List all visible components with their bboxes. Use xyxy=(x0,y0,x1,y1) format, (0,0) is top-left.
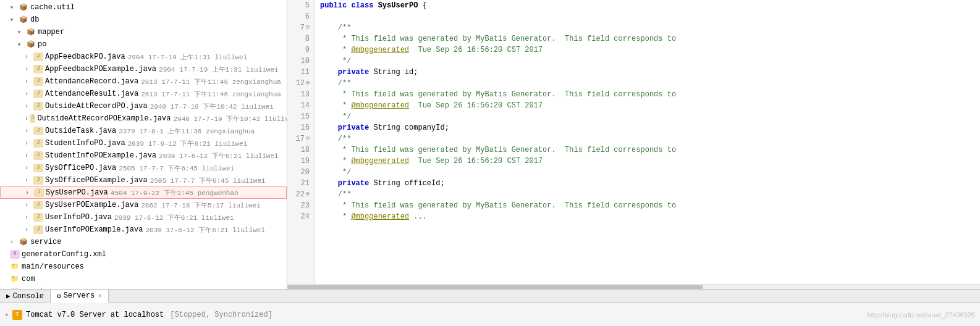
java-file-icon: J xyxy=(33,213,43,222)
code-line-22: /** xyxy=(320,189,975,200)
arrow-icon: › xyxy=(25,54,32,61)
tomcat-icon: T xyxy=(12,310,22,320)
code-line-15: */ xyxy=(320,111,975,122)
line-num-19: 19 xyxy=(292,156,310,167)
code-line-19: * @mbggenerated Tue Sep 26 16:56:20 CST … xyxy=(320,156,975,167)
arrow-icon: › xyxy=(25,91,32,98)
line-num-10: 10 xyxy=(292,56,310,67)
arrow-icon: › xyxy=(25,103,32,110)
tree-item-db[interactable]: ▾ 📦 db xyxy=(0,14,287,26)
scrollbar-thumb[interactable] xyxy=(287,285,703,289)
tree-item-attendanceresult[interactable]: › J AttendanceResult.java 2613 17-7-11 下… xyxy=(0,88,287,100)
file-meta: 2039 17-6-12 下午6:21 liuliwei xyxy=(159,151,279,161)
tree-item-attendancerecord[interactable]: › J AttendanceRecord.java 2613 17-7-11 下… xyxy=(0,75,287,88)
line-num-24: 24 xyxy=(292,211,310,222)
arrow-icon: › xyxy=(25,177,32,184)
horizontal-scrollbar[interactable] xyxy=(287,284,980,289)
tree-item-outsideattrecordpo[interactable]: › J OutsideAttRecordPO.java 2940 17-7-19… xyxy=(0,100,287,112)
code-line-20: */ xyxy=(320,167,975,178)
code-line-6 xyxy=(320,11,975,22)
arrow-icon: ▾ xyxy=(10,16,17,23)
file-meta: 3379 17-8-1 上午11:36 zengxianghua xyxy=(119,127,255,136)
line-num-22: 22⊖ xyxy=(292,189,310,200)
file-meta: 2039 17-6-12 下午6:21 liuliwei xyxy=(128,139,248,148)
line-num-15: 15 xyxy=(292,111,310,122)
file-meta: 2940 17-7-19 下午10:42 liuliv... xyxy=(173,114,287,123)
code-line-9: * @mbggenerated Tue Sep 26 16:56:20 CST … xyxy=(320,44,975,56)
tree-item-main-resources[interactable]: 📁 main/resources xyxy=(0,261,287,273)
fold-icon[interactable]: ⊖ xyxy=(306,189,310,200)
tree-item-studentinfopo[interactable]: › J StudentInfoPO.java 2039 17-6-12 下午6:… xyxy=(0,137,287,149)
tree-item-service[interactable]: › 📦 service xyxy=(0,236,287,248)
file-label: SysUserPOExample.java xyxy=(45,201,138,209)
java-file-icon: J xyxy=(33,225,43,234)
file-label: po xyxy=(38,40,46,49)
file-meta: 2904 17-7-19 上午1:31 liuliwei xyxy=(128,52,248,62)
folder-icon: 📁 xyxy=(10,275,20,283)
fold-icon[interactable]: ⊖ xyxy=(306,78,310,89)
java-file-icon: J xyxy=(33,151,43,160)
code-line-7: /** xyxy=(320,22,975,33)
java-file-icon: J xyxy=(33,201,43,209)
tree-item-outsideattrecordpoexample[interactable]: › J OutsideAttRecordPOExample.java 2940 … xyxy=(0,112,287,125)
file-label: AttendanceRecord.java xyxy=(45,77,138,86)
line-num-12: 12⊖ xyxy=(292,78,310,89)
file-label: db xyxy=(30,15,39,24)
tree-item-userinfopoexample[interactable]: › J UserInfoPOExample.java 2039 17-6-12 … xyxy=(0,224,287,236)
tree-item-sysuserpoexample[interactable]: › J SysUserPOExample.java 2862 17-7-18 下… xyxy=(0,199,287,211)
line-num-5: 5 xyxy=(292,0,310,11)
close-tab-icon[interactable]: ✕ xyxy=(98,292,102,299)
file-label: StudentInfoPO.java xyxy=(45,139,125,148)
line-num-13: 13 xyxy=(292,89,310,100)
tree-item-appfeedbackpoexample[interactable]: › J AppFeedbackPOExample.java 2904 17-7-… xyxy=(0,63,287,75)
file-label: com xyxy=(22,275,35,283)
file-label: UserInfoPO.java xyxy=(45,213,112,222)
file-tree: ▾ 📦 cache.util ▾ 📦 db ▾ 📦 mapper ▾ 📦 po … xyxy=(0,0,287,289)
line-num-7: 7⊖ xyxy=(292,22,310,33)
tree-item-generatorconfig[interactable]: X generatorConfig.xml xyxy=(0,248,287,261)
fold-icon[interactable]: ⊖ xyxy=(306,22,310,33)
tree-item-cache-util[interactable]: ▾ 📦 cache.util xyxy=(0,1,287,14)
server-arrow-icon[interactable]: ▾ xyxy=(5,311,9,319)
file-label: AppFeedbackPOExample.java xyxy=(45,65,156,73)
arrow-icon: › xyxy=(25,115,28,122)
tree-item-userinfopo[interactable]: › J UserInfoPO.java 2039 17-6-12 下午6:21 … xyxy=(0,211,287,224)
tree-item-sysofficePOExample[interactable]: › J SysOfficePOExample.java 2505 17-7-7 … xyxy=(0,174,287,186)
tab-servers[interactable]: ⚙ Servers ✕ xyxy=(51,290,109,303)
tree-item-sysofficePO[interactable]: › J SysOfficePO.java 2505 17-7-7 下午6:45 … xyxy=(0,162,287,174)
line-num-14: 14 xyxy=(292,100,310,111)
xml-file-icon: X xyxy=(10,250,20,259)
file-label: cache.util xyxy=(30,3,75,12)
file-meta: 2904 17-7-19 上午1:31 liuliwei xyxy=(159,65,279,74)
line-numbers: 5 6 7⊖ 8 9 10 11 12⊖ 13 14 15 16 17⊖ 18 … xyxy=(287,0,315,284)
code-lines: public class SysUserPO { /** * This fiel… xyxy=(315,0,980,284)
code-line-18: * This field was generated by MyBatis Ge… xyxy=(320,144,975,156)
fold-icon[interactable]: ⊖ xyxy=(306,133,310,144)
line-num-8: 8 xyxy=(292,33,310,44)
tree-item-studentinfopoexample[interactable]: › J StudentInfoPOExample.java 2039 17-6-… xyxy=(0,149,287,162)
tab-console[interactable]: ▶ Console xyxy=(0,290,51,303)
tree-item-sysuserpO[interactable]: › J SysUserPO.java 4504 17-9-22 下午2:45 p… xyxy=(0,186,287,199)
tree-item-outsidetask[interactable]: › J OutsideTask.java 3379 17-8-1 上午11:36… xyxy=(0,125,287,137)
code-line-13: * This field was generated by MyBatis Ge… xyxy=(320,89,975,100)
java-file-icon: J xyxy=(33,90,43,98)
file-meta: 2940 17-7-19 下午10:42 liuliwei xyxy=(150,102,274,111)
code-line-10: */ xyxy=(320,56,975,67)
tree-item-com[interactable]: 📁 com xyxy=(0,273,287,285)
java-file-icon: J xyxy=(33,139,43,148)
tree-item-po[interactable]: ▾ 📦 po xyxy=(0,38,287,51)
file-label: service xyxy=(30,238,61,246)
file-label: AppFeedbackPO.java xyxy=(45,52,125,61)
tree-item-appfeedbackpo[interactable]: › J AppFeedbackPO.java 2904 17-7-19 上午1:… xyxy=(0,51,287,63)
file-meta: 2039 17-6-12 下午6:21 liuliwei xyxy=(114,213,234,222)
file-label: OutsideAttRecordPOExample.java xyxy=(37,114,171,123)
arrow-icon: ▾ xyxy=(17,28,25,36)
file-label: UserInfoPOExample.java xyxy=(45,225,143,234)
arrow-icon: › xyxy=(25,66,32,73)
file-label: AttendanceResult.java xyxy=(45,90,138,98)
tree-item-mapper[interactable]: ▾ 📦 mapper xyxy=(0,26,287,38)
server-name: Tomcat v7.0 Server at localhost xyxy=(26,311,164,319)
main-container: ▾ 📦 cache.util ▾ 📦 db ▾ 📦 mapper ▾ 📦 po … xyxy=(0,0,980,289)
file-meta: 2505 17-7-7 下午6:45 liuliwei xyxy=(119,164,234,173)
file-meta: 2505 17-7-7 下午6:45 liuliwei xyxy=(150,176,266,185)
